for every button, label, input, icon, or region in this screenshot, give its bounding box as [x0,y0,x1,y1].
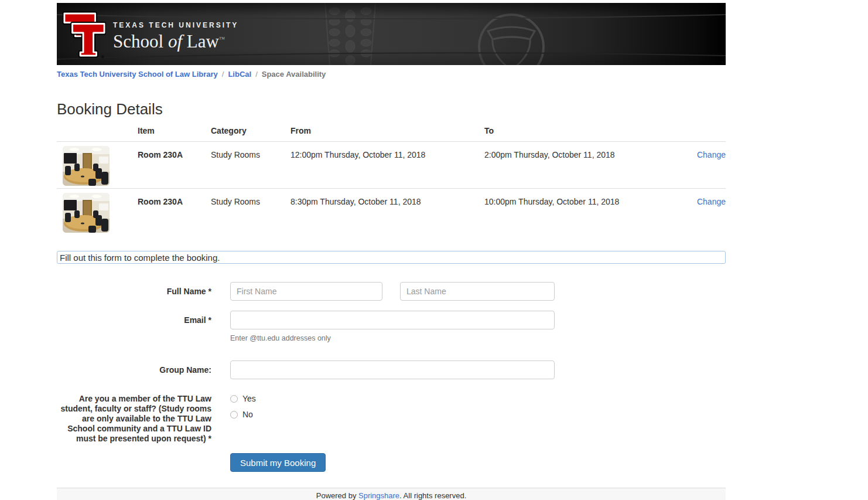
membership-option-no-label: No [242,410,253,419]
booking-table: Item Category From To [57,126,726,236]
page-title: Booking Details [57,100,726,118]
full-name-label: Full Name * [57,282,211,301]
form-intro-message: Fill out this form to complete the booki… [57,251,726,264]
column-header-to: To [484,126,691,135]
header-banner: TEXAS TECH UNIVERSITY School of Law™ [57,3,726,65]
springshare-link[interactable]: Springshare [358,491,399,500]
breadcrumb-current: Space Availability [262,70,326,79]
booking-table-header: Item Category From To [57,126,726,142]
radio-button-icon[interactable] [230,411,238,419]
column-header-item: Item [138,126,211,135]
footer: Powered by Springshare. All rights reser… [57,488,726,500]
powered-by-text: Powered by Springshare. All rights reser… [57,488,726,500]
membership-option-yes-label: Yes [242,394,256,403]
email-help-text: Enter @ttu.edu addresses only [230,334,555,342]
booking-from: 8:30pm Thursday, October 11, 2018 [291,193,484,206]
membership-question-row: Are you a member of the TTU Law student,… [57,394,726,444]
change-booking-link[interactable]: Change [697,197,726,206]
membership-question-label: Are you a member of the TTU Law student,… [57,394,211,444]
page: TEXAS TECH UNIVERSITY School of Law™ Tex… [0,3,868,500]
first-name-input[interactable] [230,282,382,301]
university-name: TEXAS TECH UNIVERSITY [113,21,238,29]
booking-row: Room 230A Study Rooms 8:30pm Thursday, O… [57,189,726,236]
room-thumbnail-image [63,193,110,233]
ttu-double-t-logo [63,8,106,60]
booking-to: 10:00pm Thursday, October 11, 2018 [484,193,691,206]
email-input[interactable] [230,311,555,329]
booking-item: Room 230A [138,193,211,206]
radio-button-icon[interactable] [230,395,238,403]
booking-from: 12:00pm Thursday, October 11, 2018 [291,146,484,159]
last-name-input[interactable] [400,282,555,301]
column-header-from: From [291,126,484,135]
change-booking-link[interactable]: Change [697,150,726,159]
booking-row: Room 230A Study Rooms 12:00pm Thursday, … [57,142,726,189]
group-name-input[interactable] [230,360,555,379]
wordmark: TEXAS TECH UNIVERSITY School of Law™ [113,8,238,51]
email-row: Email * Enter @ttu.edu addresses only [57,311,726,342]
group-name-row: Group Name: [57,360,726,379]
membership-option-yes[interactable]: Yes [230,394,256,403]
breadcrumb-separator: / [255,70,258,79]
breadcrumb-library-link[interactable]: Texas Tech University School of Law Libr… [57,70,218,79]
booking-item: Room 230A [138,146,211,159]
breadcrumb-libcal-link[interactable]: LibCal [228,70,251,79]
ttu-logo-block: TEXAS TECH UNIVERSITY School of Law™ [63,8,238,60]
school-name: School of Law™ [113,29,238,51]
breadcrumb: Texas Tech University School of Law Libr… [57,70,726,79]
room-thumbnail-image [63,146,110,186]
email-label: Email * [57,311,211,342]
group-name-label: Group Name: [57,360,211,379]
submit-booking-button[interactable]: Submit my Booking [230,453,326,472]
trademark-symbol: ™ [219,36,225,42]
booking-category: Study Rooms [211,146,291,159]
booking-form: Full Name * Email * Enter @ttu.edu addre… [57,282,726,472]
booking-category: Study Rooms [211,193,291,206]
breadcrumb-separator: / [222,70,224,79]
booking-to: 2:00pm Thursday, October 11, 2018 [484,146,691,159]
submit-row: Submit my Booking [57,453,726,472]
membership-option-no[interactable]: No [230,410,256,419]
column-header-category: Category [211,126,291,135]
full-name-row: Full Name * [57,282,726,301]
